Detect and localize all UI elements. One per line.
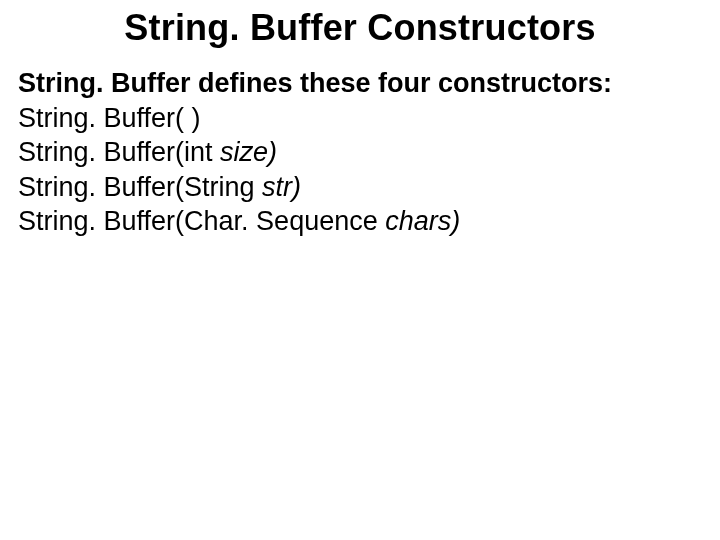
ctor-ital: size) xyxy=(220,137,277,167)
ctor-ital: chars) xyxy=(385,206,460,236)
intro-line: String. Buffer defines these four constr… xyxy=(18,66,702,101)
ctor-ital: str) xyxy=(262,172,301,202)
slide-title: String. Buffer Constructors xyxy=(0,8,720,48)
slide: String. Buffer Constructors String. Buff… xyxy=(0,0,720,540)
ctor-plain: String. Buffer( ) xyxy=(18,103,201,133)
ctor-plain: String. Buffer(int xyxy=(18,137,220,167)
ctor-plain: String. Buffer(Char. Sequence xyxy=(18,206,385,236)
ctor-plain: String. Buffer(String xyxy=(18,172,262,202)
constructor-2: String. Buffer(int size) xyxy=(18,135,702,170)
constructor-3: String. Buffer(String str) xyxy=(18,170,702,205)
constructor-1: String. Buffer( ) xyxy=(18,101,702,136)
constructor-4: String. Buffer(Char. Sequence chars) xyxy=(18,204,702,239)
slide-body: String. Buffer defines these four constr… xyxy=(18,66,702,239)
